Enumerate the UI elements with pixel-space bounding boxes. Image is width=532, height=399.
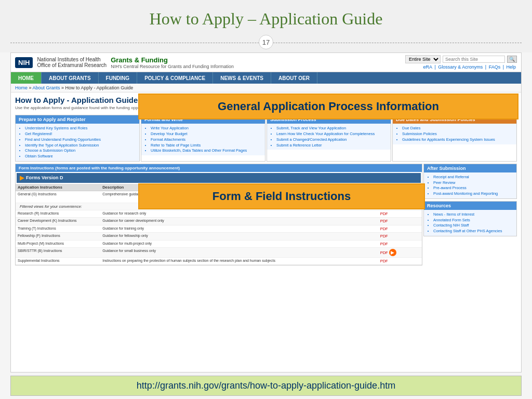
filtered-label: Filtered views for your convenience: bbox=[18, 203, 84, 210]
resources-header: Resources bbox=[424, 202, 516, 210]
col-instructions: Application Instructions bbox=[16, 184, 100, 191]
after-submission-body: Receipt and Referral Peer Review Pre-awa… bbox=[424, 172, 516, 198]
list-item[interactable]: Submit a Changed/Corrected Application bbox=[276, 137, 388, 142]
cell-desc: Instructions on preparing the protection… bbox=[100, 258, 378, 265]
list-item[interactable]: Annotated Form Sets bbox=[433, 218, 513, 223]
pdf-link[interactable]: PDF bbox=[380, 250, 388, 255]
slide-number-row: 17 bbox=[0, 33, 532, 52]
cell-name[interactable]: Research (R) Instructions bbox=[16, 210, 100, 218]
list-item[interactable]: Refer to Table of Page Limits bbox=[151, 143, 262, 148]
nih-grants-sub: NIH's Central Resource for Grants and Fu… bbox=[111, 64, 234, 69]
form-instructions-header: Form Instructions (forms are posted with… bbox=[16, 164, 422, 172]
nih-grants-block: Grants & Funding NIH's Central Resource … bbox=[111, 56, 234, 69]
right-sidebar: After Submission Receipt and Referral Pe… bbox=[423, 164, 517, 266]
list-item[interactable]: Identify the Type of Application Submiss… bbox=[25, 143, 136, 148]
nav-home[interactable]: HOME bbox=[11, 72, 42, 84]
list-item[interactable]: Submit, Track and View Your Application bbox=[276, 126, 388, 131]
cell-name[interactable]: Supplemental Instructions bbox=[16, 258, 100, 265]
list-item[interactable]: Receipt and Referral bbox=[433, 175, 513, 180]
cell-desc: Guidance for small business only bbox=[100, 248, 378, 258]
list-item[interactable]: Contacting Staff at Other PHS Agencies bbox=[433, 229, 513, 234]
list-item[interactable]: Find and Understand Funding Opportunitie… bbox=[25, 137, 136, 142]
breadcrumb: Home » About Grants » How to Apply - App… bbox=[11, 84, 521, 92]
list-item[interactable]: Peer Review bbox=[433, 180, 513, 185]
search-row: Entire Site 🔍 bbox=[405, 55, 517, 63]
after-submission-box: After Submission Receipt and Referral Pe… bbox=[423, 164, 517, 199]
faqs-link[interactable]: FAQs bbox=[489, 64, 501, 70]
nav-policy[interactable]: POLICY & COMPLIANCE bbox=[137, 72, 213, 84]
forms-version-label[interactable]: Forms Version D bbox=[26, 175, 63, 180]
pdf-link[interactable]: PDF bbox=[380, 242, 388, 246]
breadcrumb-home[interactable]: Home bbox=[15, 85, 28, 90]
list-item[interactable]: Post-award Monitoring and Reporting bbox=[433, 191, 513, 196]
help-link[interactable]: Help bbox=[506, 64, 516, 70]
list-item[interactable]: Choose a Submission Option bbox=[25, 148, 136, 153]
pdf-link[interactable]: PDF bbox=[380, 219, 388, 223]
list-item[interactable]: Guidelines for Applicants Experiencing S… bbox=[402, 137, 513, 142]
table-row: Supplemental Instructions Instructions o… bbox=[16, 258, 422, 265]
search-scope-select[interactable]: Entire Site bbox=[405, 55, 441, 63]
section-due-dates: Due Dates and Submission Policies Due Da… bbox=[392, 115, 517, 162]
list-item[interactable]: Pre-award Process bbox=[433, 185, 513, 191]
list-item[interactable]: Write Your Application bbox=[151, 126, 262, 131]
cell-name[interactable]: Career Development (K) Instructions bbox=[16, 218, 100, 225]
list-item[interactable]: Contacting NIH Staff bbox=[433, 223, 513, 228]
list-item[interactable]: Obtain Software bbox=[25, 154, 136, 159]
cell-links: PDF bbox=[378, 233, 422, 240]
header-links: eRA | Glossary & Acronyms | FAQs | Help bbox=[422, 64, 517, 70]
cell-desc: Guidance for fellowship only bbox=[100, 233, 378, 240]
cell-links: PDF bbox=[378, 258, 422, 265]
list-item[interactable]: Submission Policies bbox=[402, 131, 513, 137]
table-row: SBIR/STTR (B) Instructions Guidance for … bbox=[16, 248, 422, 258]
resources-body: News - Items of Interest Annotated Form … bbox=[424, 210, 516, 236]
nav-about-grants[interactable]: ABOUT GRANTS bbox=[42, 72, 99, 84]
cell-name[interactable]: Fellowship (F) Instructions bbox=[16, 233, 100, 240]
nih-org-name: National Institutes of Health bbox=[37, 57, 107, 62]
nav-funding[interactable]: FUNDING bbox=[99, 72, 138, 84]
callout-general: General Application Process Information bbox=[138, 94, 518, 119]
list-item[interactable]: Understand Key Systems and Roles bbox=[25, 126, 136, 131]
pdf-link[interactable]: PDF bbox=[380, 234, 388, 238]
cell-name[interactable]: Multi-Project (M) Instructions bbox=[16, 240, 100, 247]
callout-form-title: Form & Field Instructions bbox=[147, 190, 417, 203]
table-row: Career Development (K) Instructions Guid… bbox=[16, 218, 422, 225]
nih-text-block: National Institutes of Health Office of … bbox=[37, 57, 107, 68]
nav-bar: HOME ABOUT GRANTS FUNDING POLICY & COMPL… bbox=[11, 72, 521, 84]
table-row: Research (R) Instructions Guidance for r… bbox=[16, 210, 422, 218]
bottom-area: Form Instructions (forms are posted with… bbox=[11, 164, 521, 268]
table-row: Multi-Project (M) Instructions Guidance … bbox=[16, 240, 422, 247]
pdf-link[interactable]: PDF bbox=[380, 227, 388, 231]
cell-name[interactable]: Training (T) Instructions bbox=[16, 225, 100, 232]
forms-version-bar: ▶ Forms Version D bbox=[17, 173, 421, 183]
list-item[interactable]: Format Attachments bbox=[151, 137, 262, 142]
list-item[interactable]: News - Items of Interest bbox=[433, 212, 513, 217]
list-item[interactable]: Get Registered! bbox=[25, 131, 136, 137]
list-item[interactable]: Submit a Reference Letter bbox=[276, 143, 388, 148]
section-prepare-header: Prepare to Apply and Register bbox=[16, 115, 139, 124]
glossary-link[interactable]: Glossary & Acronyms bbox=[438, 64, 483, 70]
search-input[interactable] bbox=[443, 56, 505, 63]
browser-window: NIH National Institutes of Health Office… bbox=[10, 52, 522, 373]
search-button[interactable]: 🔍 bbox=[507, 56, 517, 63]
cell-desc: Guidance for training only bbox=[100, 225, 378, 232]
pdf-link[interactable]: PDF bbox=[380, 259, 388, 263]
orange-arrow-icon: ▶ bbox=[389, 249, 396, 256]
nav-news[interactable]: NEWS & EVENTS bbox=[213, 72, 271, 84]
list-item[interactable]: Develop Your Budget bbox=[151, 131, 262, 137]
list-item[interactable]: Learn How We Check Your Application for … bbox=[276, 131, 388, 137]
era-link[interactable]: eRA bbox=[423, 64, 432, 70]
forms-version-arrow: ▶ bbox=[20, 175, 24, 181]
nav-about-oer[interactable]: ABOUT OER bbox=[271, 72, 317, 84]
cell-name[interactable]: General (G) Instructions bbox=[16, 191, 100, 203]
cell-name[interactable]: SBIR/STTR (B) Instructions bbox=[16, 248, 100, 258]
nih-logo: NIH National Institutes of Health Office… bbox=[15, 56, 234, 69]
slide-title: How to Apply – Application Guide bbox=[0, 0, 532, 33]
breadcrumb-about-grants[interactable]: About Grants bbox=[33, 85, 60, 90]
url-bar[interactable]: http://grants.nih.gov/grants/how-to-appl… bbox=[10, 376, 522, 396]
after-submission-header: After Submission bbox=[424, 164, 516, 172]
list-item[interactable]: Due Dates bbox=[402, 126, 513, 131]
pdf-link[interactable]: PDF bbox=[380, 211, 388, 216]
list-item[interactable]: Utilize Biosketcth, Data Tables and Othe… bbox=[151, 148, 262, 153]
cell-desc: Guidance for career development only bbox=[100, 218, 378, 225]
nih-grants-title: Grants & Funding bbox=[111, 56, 234, 64]
